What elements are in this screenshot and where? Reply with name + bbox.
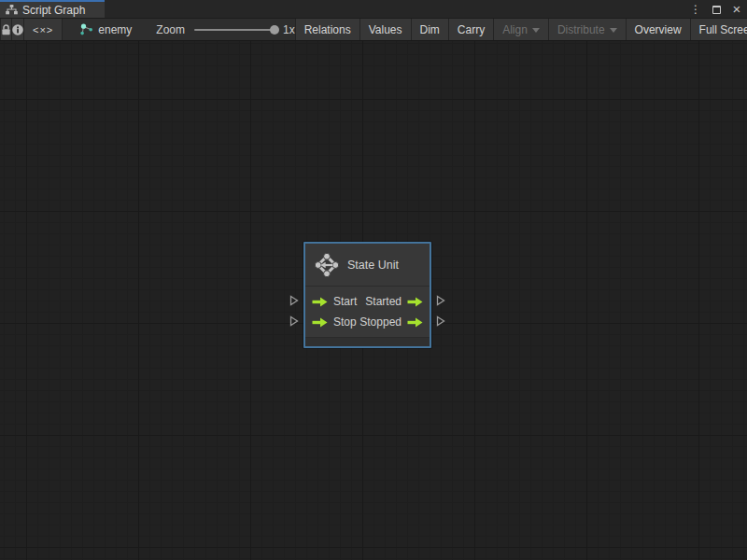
toolbar-right-group: Relations Values Dim Carry Align Distrib…	[295, 19, 747, 40]
dim-button[interactable]: Dim	[412, 19, 449, 40]
relations-button[interactable]: Relations	[295, 19, 360, 40]
node-footer	[305, 338, 430, 346]
zoom-label: Zoom	[156, 23, 185, 36]
close-icon[interactable]: ×	[730, 2, 743, 17]
external-input-port-stop[interactable]	[289, 315, 299, 327]
graph-network-icon	[79, 23, 93, 35]
input-port-start[interactable]: Start	[312, 295, 357, 308]
tab-script-graph[interactable]: Script Graph	[0, 0, 105, 18]
script-graph-window: Script Graph ⋮ ×	[0, 0, 747, 560]
zoom-value: 1x	[283, 23, 295, 36]
zoom-control: Zoom 1x	[156, 19, 294, 40]
tab-bar: Script Graph ⋮ ×	[0, 0, 747, 19]
distribute-button: Distribute	[549, 19, 627, 40]
graph-toolbar: <×> enemy Zoom 1x Relations Values Di	[0, 19, 747, 41]
external-output-port-stopped[interactable]	[436, 315, 445, 327]
port-row: Stop Stopped	[305, 312, 430, 332]
window-menu-icon[interactable]: ⋮	[689, 2, 702, 17]
port-arrow-icon	[407, 297, 423, 307]
info-icon	[12, 24, 23, 35]
code-preview-toggle-button[interactable]: <×>	[24, 19, 63, 40]
chevron-down-icon	[610, 28, 617, 33]
zoom-slider-handle[interactable]	[270, 25, 279, 35]
port-arrow-icon	[407, 317, 423, 328]
window-controls: ⋮ ×	[689, 0, 743, 19]
lock-button[interactable]	[0, 19, 12, 40]
graph-name-label: enemy	[98, 23, 132, 36]
node-title: State Unit	[347, 259, 399, 272]
align-button: Align	[494, 19, 549, 40]
graph-breadcrumb[interactable]: enemy	[79, 19, 132, 40]
tab-title: Script Graph	[22, 4, 85, 17]
chevron-down-icon	[532, 28, 540, 33]
output-port-started[interactable]: Started	[365, 295, 423, 308]
port-arrow-icon	[312, 317, 328, 328]
node-ports: Start Started Stop Stopped	[305, 287, 430, 338]
port-arrow-icon	[312, 297, 328, 307]
carry-button[interactable]: Carry	[449, 19, 494, 40]
graph-hierarchy-icon	[6, 5, 18, 15]
port-row: Start Started	[305, 291, 430, 312]
external-input-port-start[interactable]	[289, 295, 299, 306]
lock-icon	[1, 24, 11, 35]
state-unit-node[interactable]: State Unit Start Started Stop	[303, 242, 431, 348]
graph-canvas[interactable]: State Unit Start Started Stop	[0, 41, 747, 560]
zoom-slider[interactable]	[194, 29, 275, 31]
full-screen-button[interactable]: Full Screen	[691, 19, 747, 40]
external-output-port-started[interactable]	[436, 295, 445, 306]
output-port-stopped[interactable]: Stopped	[359, 315, 423, 329]
node-header[interactable]: State Unit	[305, 244, 430, 287]
overview-button[interactable]: Overview	[627, 19, 691, 40]
values-button[interactable]: Values	[360, 19, 412, 40]
info-button[interactable]	[12, 19, 24, 40]
maximize-icon[interactable]	[710, 2, 723, 17]
input-port-stop[interactable]: Stop	[312, 315, 357, 329]
state-unit-icon	[315, 253, 339, 277]
